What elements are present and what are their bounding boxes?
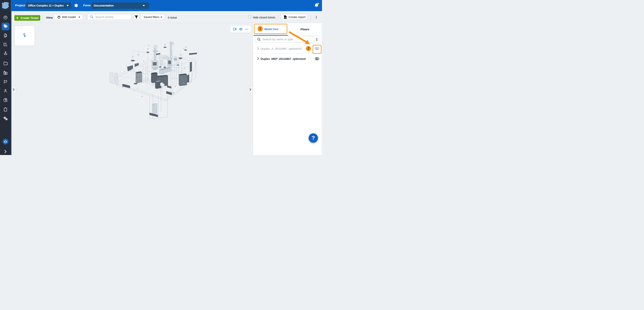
svg-text:PDF: PDF <box>284 17 287 18</box>
